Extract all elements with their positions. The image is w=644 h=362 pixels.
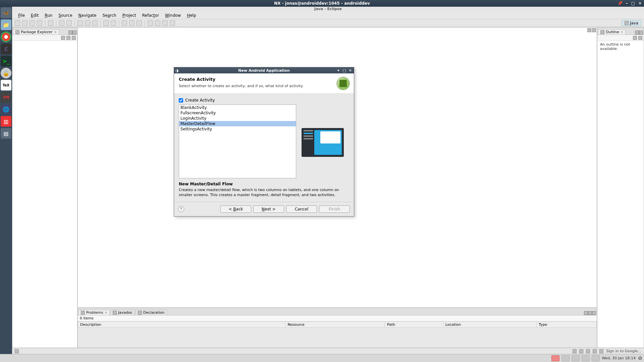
dock-app-emacs[interactable]: ℰ <box>1 44 11 54</box>
tb-new-icon[interactable] <box>15 20 20 26</box>
status-signin[interactable]: Sign in to Google... <box>606 349 641 353</box>
tb-print-icon[interactable] <box>37 20 42 26</box>
menu-edit[interactable]: Edit <box>28 12 41 18</box>
col-path[interactable]: Path <box>385 322 443 328</box>
view-minimize-icon[interactable] <box>588 311 592 315</box>
link-editor-icon[interactable] <box>66 36 70 40</box>
dock-app-stack[interactable]: ▤ <box>1 128 11 139</box>
wm-pin-icon[interactable]: 📌 <box>616 1 624 6</box>
close-icon[interactable]: ✕ <box>105 311 107 314</box>
view-maximize-icon[interactable] <box>72 31 76 35</box>
create-activity-checkbox-row[interactable]: Create Activity <box>179 98 349 103</box>
col-description[interactable]: Description <box>78 322 285 328</box>
cancel-button[interactable]: Cancel <box>286 205 317 213</box>
tb-last-icon[interactable] <box>162 20 168 26</box>
tb-sdk-icon[interactable] <box>66 20 72 26</box>
col-resource[interactable]: Resource <box>285 322 385 328</box>
tab-javadoc[interactable]: Javadoc <box>110 310 135 315</box>
finish-button[interactable]: Finish <box>319 205 350 213</box>
tb-navback-icon[interactable] <box>148 20 153 26</box>
activity-option-masterdetailflow[interactable]: MasterDetailFlow <box>179 121 296 126</box>
editor-maximize-icon[interactable] <box>592 28 596 32</box>
col-location[interactable]: Location <box>443 322 536 328</box>
dock-app-vm[interactable]: VM <box>1 92 11 103</box>
dialog-max-icon[interactable]: □ <box>342 68 346 73</box>
view-menu-icon[interactable] <box>584 311 588 315</box>
tab-package-explorer[interactable]: Package Explorer ✕ <box>13 29 59 35</box>
tab-problems[interactable]: Problems ✕ <box>78 310 110 315</box>
tb-navfwd-icon[interactable] <box>155 20 160 26</box>
close-icon[interactable]: ✕ <box>54 30 57 34</box>
tab-outline[interactable]: Outline ✕ <box>598 29 626 35</box>
dialog-titlebar[interactable]: ◑ New Android Application ✦ □ ✕ <box>174 67 354 73</box>
tb-saveall-icon[interactable] <box>30 20 35 26</box>
tb-newpkg-icon[interactable] <box>103 20 109 26</box>
editor-minimize-icon[interactable] <box>587 28 591 32</box>
dock-app-keyring[interactable]: 🔒 <box>1 68 11 78</box>
view-maximize-icon[interactable] <box>639 31 643 35</box>
task-button-active[interactable] <box>551 355 559 361</box>
menu-refactor[interactable]: Refactor <box>140 12 162 18</box>
back-button[interactable]: < Back <box>220 205 251 213</box>
wm-maximize-icon[interactable]: □ <box>630 1 636 6</box>
status-tip-icon[interactable] <box>593 349 597 353</box>
task-button[interactable] <box>592 355 600 361</box>
menu-run[interactable]: Run <box>42 12 55 18</box>
logout-icon[interactable]: ⏻ <box>638 356 642 360</box>
menu-navigate[interactable]: Navigate <box>76 12 99 18</box>
tab-declaration[interactable]: Declaration <box>136 310 167 315</box>
status-sync-icon[interactable] <box>586 349 590 353</box>
wm-close-icon[interactable]: ✕ <box>637 1 643 6</box>
dock-app-chrome[interactable] <box>1 32 11 42</box>
tb-run-icon[interactable] <box>85 20 90 26</box>
create-activity-checkbox[interactable] <box>179 98 183 103</box>
help-button[interactable]: ? <box>178 206 184 212</box>
view-minimize-icon[interactable] <box>635 31 639 35</box>
tb-openfolder-icon[interactable] <box>122 20 127 26</box>
dock-app-tex[interactable]: TeX <box>1 80 11 90</box>
perspective-java[interactable]: Java <box>622 20 641 26</box>
status-android-icon[interactable] <box>573 349 577 353</box>
tb-search-icon[interactable] <box>137 20 142 26</box>
dialog-close-icon[interactable]: ✕ <box>348 68 353 73</box>
status-updates-icon[interactable] <box>579 349 583 353</box>
menu-project[interactable]: Project <box>120 12 139 18</box>
collapse-icon[interactable] <box>61 36 65 40</box>
view-maximize-icon[interactable] <box>592 311 596 315</box>
activity-option-loginactivity[interactable]: LoginActivity <box>179 116 296 121</box>
dock-app-terminal[interactable]: >_ <box>1 56 11 66</box>
menu-search[interactable]: Search <box>100 12 119 18</box>
next-button[interactable]: Next > <box>253 205 284 213</box>
menu-help[interactable]: Help <box>184 12 199 18</box>
wm-minimize-icon[interactable]: – <box>625 1 629 6</box>
close-icon[interactable]: ✕ <box>621 30 623 34</box>
tb-avd-icon[interactable] <box>59 20 64 26</box>
activity-option-blankactivity[interactable]: BlankActivity <box>179 105 296 110</box>
tb-runext-icon[interactable] <box>92 20 98 26</box>
task-button[interactable] <box>582 355 590 361</box>
view-minimize-icon[interactable] <box>68 31 72 35</box>
col-type[interactable]: Type <box>537 322 597 328</box>
activity-option-settingsactivity[interactable]: SettingsActivity <box>179 126 296 132</box>
menu-file[interactable]: File <box>15 12 28 18</box>
view-menu-icon[interactable] <box>72 36 76 40</box>
view-menu-icon[interactable] <box>638 36 642 40</box>
dock-app-browser[interactable]: 🌐 <box>1 104 11 115</box>
activity-type-list[interactable]: BlankActivityFullscreenActivityLoginActi… <box>179 105 296 178</box>
tb-build-icon[interactable] <box>48 20 53 26</box>
dock-app-files[interactable]: 📁 <box>1 19 11 30</box>
task-button[interactable] <box>561 355 570 361</box>
dock-app-butterfly[interactable]: 🦋 <box>1 7 11 18</box>
tb-opentype-icon[interactable] <box>129 20 135 26</box>
tb-debug-icon[interactable] <box>77 20 83 26</box>
menu-source[interactable]: Source <box>56 12 75 18</box>
outline-filter-icon[interactable] <box>633 36 637 40</box>
clock[interactable]: Wed, 30 Jan 18:14 <box>602 356 636 360</box>
activity-option-fullscreenactivity[interactable]: FullscreenActivity <box>179 110 296 116</box>
tb-newclass-icon[interactable] <box>111 20 116 26</box>
tb-save-icon[interactable] <box>22 20 28 26</box>
dock-app-misc[interactable]: ▥ <box>1 116 11 127</box>
menu-window[interactable]: Window <box>162 12 183 18</box>
tb-goto-icon[interactable] <box>170 20 175 26</box>
dialog-pin-icon[interactable]: ✦ <box>336 68 340 73</box>
